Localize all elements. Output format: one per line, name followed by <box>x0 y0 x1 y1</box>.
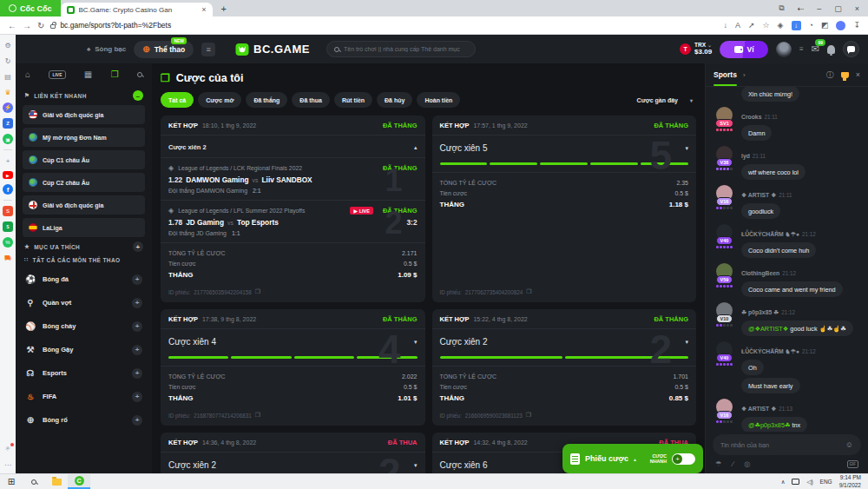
live-tab[interactable]: LIVE <box>49 70 65 79</box>
game-search[interactable] <box>326 41 476 57</box>
window-minimize-button[interactable]: – <box>817 4 821 13</box>
search-input[interactable] <box>344 46 468 52</box>
window-maximize-button[interactable]: ▢ <box>834 4 842 13</box>
chevron-up-icon[interactable]: ▴ <box>414 144 418 151</box>
promo-app-icon[interactable]: % <box>3 237 13 248</box>
rail-more-icon[interactable]: ⋯ <box>3 459 13 470</box>
sort-dropdown[interactable]: Cược gần đây ▾ <box>637 97 696 103</box>
bcgame-logo[interactable]: BC.GAME <box>235 43 310 56</box>
chat-username[interactable]: ClothingBeen21:12 <box>741 270 796 276</box>
filter-lost[interactable]: Đã thua <box>292 92 330 108</box>
sidebar-item-baseball[interactable]: ⚾Bóng chày+ <box>23 314 145 338</box>
trophy-icon[interactable] <box>841 72 849 78</box>
expand-tennis-button[interactable]: + <box>132 298 142 308</box>
crown-icon[interactable]: ♛ <box>3 87 13 97</box>
expand-cricket-button[interactable]: + <box>132 345 142 355</box>
chevron-down-icon[interactable]: ▾ <box>414 462 418 469</box>
sidebar-item-league[interactable]: LaLiga <box>23 218 145 237</box>
nav-sports[interactable]: ⊕ Thể thao NEW <box>134 41 194 58</box>
expand-baseball-button[interactable]: + <box>132 321 142 332</box>
browser-tab-active[interactable]: BC.Game: Crypto Casino Gan × <box>61 3 213 17</box>
file-explorer-button[interactable] <box>45 474 68 489</box>
quick-bet-toggle[interactable]: + <box>672 453 695 465</box>
settings-gear-icon[interactable]: ⚙ <box>3 40 13 50</box>
copy-icon[interactable]: ❐ <box>526 288 531 295</box>
add-shortcut-icon[interactable]: + <box>3 155 13 166</box>
chevron-right-icon[interactable]: › <box>743 71 746 79</box>
downloads-tray-icon[interactable]: ↧ <box>853 21 860 30</box>
chat-username[interactable]: Crooks21:11 <box>741 114 778 120</box>
address-bar[interactable]: bc.game/sports?bt-path=%2Fbets <box>50 21 717 30</box>
emoji-icon[interactable]: ☺ <box>845 440 853 449</box>
chat-username[interactable]: ŁŮČKÝCHÄŘM ♞☂●21:12 <box>741 231 816 237</box>
copy-icon[interactable]: ❐ <box>255 288 260 295</box>
sidebar-item-football[interactable]: ⚽Bóng đá+ <box>23 268 145 291</box>
inbox-button[interactable]: ✉ 99 <box>812 43 819 55</box>
copy-icon[interactable]: ❐ <box>526 412 531 419</box>
calendar-icon[interactable]: ▦ <box>84 69 92 79</box>
balance-selector[interactable]: T TRX ⌄ $3.09 <box>680 42 712 56</box>
mention[interactable]: @❖ARTIST❖ <box>748 325 788 333</box>
chat-tab-sports[interactable]: Sports <box>713 63 737 86</box>
chat-username[interactable]: ❖ ARTIST ❖21:11 <box>741 192 792 198</box>
messenger-icon[interactable]: ⚡ <box>3 102 13 113</box>
chat-input-box[interactable]: ☺ <box>713 434 861 455</box>
bet-title-row[interactable]: Cược xiên 2 ▴ <box>161 135 425 157</box>
sidebar-item-league[interactable]: Mỹ mở rộng Đơn Nam <box>23 128 145 147</box>
new-tab-button[interactable]: + <box>213 0 235 17</box>
sidebar-item-league[interactable]: Giải vô địch quốc gia <box>23 195 145 215</box>
coccoc-brand[interactable]: Cốc Cốc <box>0 0 61 17</box>
chevron-down-icon[interactable]: ▾ <box>685 339 688 346</box>
open-chat-button[interactable] <box>843 41 859 57</box>
bet-title-row[interactable]: 2 Cược xiên 2 ▾ <box>161 453 425 473</box>
history-icon[interactable]: ↻ <box>3 56 13 66</box>
bet-title-row[interactable]: 5 Cược xiên 5 ▾ <box>432 135 697 159</box>
sidebar-item-basketball[interactable]: ⊕Bóng rổ+ <box>23 408 145 432</box>
sidebar-search-icon[interactable] <box>137 72 142 77</box>
bet-title-row[interactable]: 2 Cược xiên 2 ▾ <box>432 329 697 353</box>
back-button[interactable]: ← <box>8 21 16 30</box>
filter-won[interactable]: Đã thắng <box>246 92 287 108</box>
bookmark-star-icon[interactable]: ☆ <box>763 21 770 30</box>
sidebar-item-league[interactable]: Giải vô địch quốc gia <box>23 105 145 124</box>
share-icon[interactable]: ➚ <box>748 21 755 30</box>
extensions-icon[interactable]: ◩ <box>821 21 829 30</box>
mention[interactable]: @☘p0p3x85☘ <box>748 421 791 429</box>
notifications-bell-icon[interactable] <box>827 45 835 54</box>
tab-back-icon[interactable]: ⇠ <box>798 4 805 13</box>
profile-icon[interactable] <box>836 21 845 30</box>
reload-button[interactable]: ↻ <box>37 21 44 30</box>
filter-canceled[interactable]: Đã hủy <box>377 92 412 108</box>
chat-messages[interactable]: Xin chúc mừng! SV1 Crooks21:11Damn V38 l… <box>706 87 868 432</box>
user-avatar[interactable] <box>776 42 792 57</box>
chevron-down-icon[interactable]: ▾ <box>414 339 418 346</box>
chat-rules-icon[interactable]: ⓘ <box>826 69 834 81</box>
expand-fifa-button[interactable]: + <box>132 392 142 402</box>
wallet-app-icon[interactable]: $ <box>3 221 13 232</box>
adblock-shield-icon[interactable]: ◈ <box>778 21 784 30</box>
clock[interactable]: 9:14 PM9/1/2022 <box>839 474 861 488</box>
sidebar-item-league[interactable]: Cúp C2 châu Âu <box>23 173 145 192</box>
chat-username[interactable]: ☘ p0p3x85 ☘21:12 <box>741 309 795 315</box>
filter-all[interactable]: Tất cả <box>161 92 194 108</box>
collapse-quick-links-button[interactable]: – <box>133 90 143 101</box>
account-menu-icon[interactable]: ≡ <box>799 45 804 53</box>
translate-icon[interactable]: A <box>735 21 740 30</box>
download-manager-icon[interactable]: ↓ <box>792 21 801 30</box>
chat-username[interactable]: lyd21:11 <box>741 153 766 159</box>
copy-icon[interactable]: ❐ <box>255 412 260 419</box>
chat-commands-icon[interactable]: ∕ <box>733 459 733 468</box>
sidebar-item-cricket[interactable]: ⚒Bóng Gậy+ <box>23 338 145 361</box>
coin-rain-icon[interactable]: ☂ <box>715 459 722 468</box>
reading-list-icon[interactable]: ▤ <box>3 71 13 82</box>
zalo-icon[interactable]: Z <box>3 118 13 129</box>
volume-icon[interactable]: ◁) <box>806 479 812 486</box>
sidebar-item-fifa[interactable]: ♨FIFA+ <box>23 385 145 408</box>
snip-icon[interactable]: ⧉ <box>779 3 784 13</box>
language-indicator[interactable]: ENG <box>820 479 832 485</box>
bet-title-row[interactable]: 4 Cược xiên 4 ▾ <box>161 329 425 353</box>
wallet-button[interactable]: Ví <box>720 41 768 58</box>
gif-icon[interactable]: GIF <box>847 460 859 468</box>
bet-slip-button[interactable]: Phiếu cược ▴ CƯỢCNHANH + <box>562 444 703 473</box>
rail-bell-icon[interactable]: ⍟ <box>3 444 13 454</box>
